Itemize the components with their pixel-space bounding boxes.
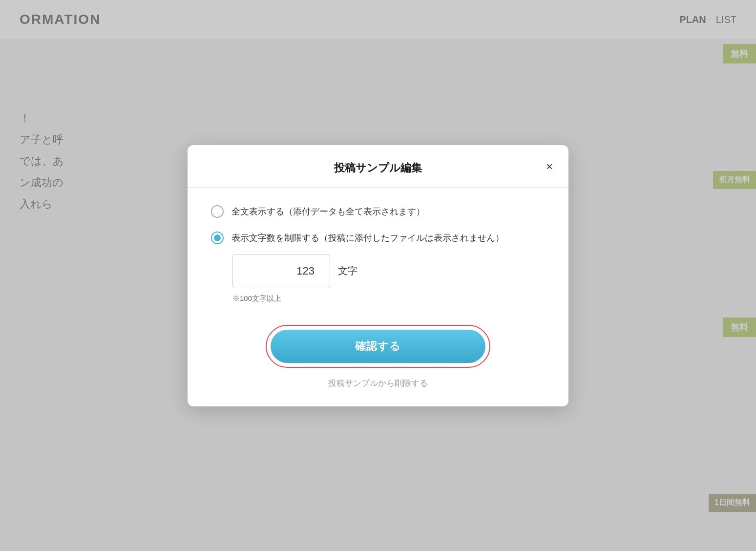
radio-fulltext-circle bbox=[211, 205, 224, 218]
modal-footer: 確認する 投稿サンプルから削除する bbox=[188, 321, 568, 406]
option-limit-group: 表示文字数を制限する（投稿に添付したファイルは表示されません） 文字 ※100文… bbox=[211, 232, 545, 303]
delete-link[interactable]: 投稿サンプルから削除する bbox=[328, 378, 428, 389]
option-limit-label: 表示文字数を制限する（投稿に添付したファイルは表示されません） bbox=[231, 232, 504, 244]
confirm-btn-wrapper: 確認する bbox=[266, 325, 490, 368]
char-limit-input-row: 文字 bbox=[232, 254, 545, 288]
radio-group: 全文表示する（添付データも全て表示されます） 表示文字数を制限する（投稿に添付し… bbox=[211, 205, 545, 303]
confirm-button[interactable]: 確認する bbox=[271, 330, 485, 363]
char-hint: ※100文字以上 bbox=[232, 294, 545, 303]
close-button[interactable]: × bbox=[544, 159, 555, 174]
modal-body: 全文表示する（添付データも全て表示されます） 表示文字数を制限する（投稿に添付し… bbox=[188, 188, 568, 321]
option-limit[interactable]: 表示文字数を制限する（投稿に添付したファイルは表示されません） bbox=[211, 232, 545, 244]
option-fulltext[interactable]: 全文表示する（添付データも全て表示されます） bbox=[211, 205, 545, 218]
modal-backdrop: 投稿サンプル編集 × 全文表示する（添付データも全て表示されます） 表示文字数を… bbox=[0, 0, 756, 551]
char-limit-input[interactable] bbox=[232, 254, 330, 288]
modal-header: 投稿サンプル編集 × bbox=[188, 145, 568, 188]
modal-title: 投稿サンプル編集 bbox=[334, 161, 422, 175]
char-limit-section: 文字 ※100文字以上 bbox=[232, 254, 545, 303]
modal-dialog: 投稿サンプル編集 × 全文表示する（添付データも全て表示されます） 表示文字数を… bbox=[188, 145, 568, 406]
char-unit: 文字 bbox=[338, 264, 357, 277]
radio-limit-circle bbox=[211, 232, 224, 244]
option-fulltext-label: 全文表示する（添付データも全て表示されます） bbox=[231, 206, 425, 217]
